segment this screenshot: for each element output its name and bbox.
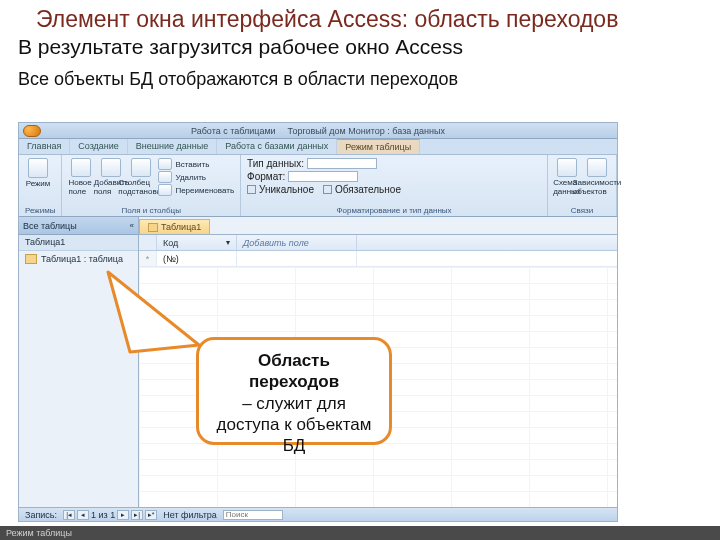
- callout: Область переходов – служит для доступа к…: [196, 337, 392, 445]
- first-record-button[interactable]: |◂: [63, 510, 75, 520]
- prev-record-button[interactable]: ◂: [77, 510, 89, 520]
- group-label: Режимы: [25, 206, 55, 216]
- nav-section-label: Таблица1: [25, 237, 65, 247]
- add-fields-icon: [101, 158, 121, 177]
- datasheet-row[interactable]: * (№): [139, 251, 617, 267]
- ribbon: Режим Режимы Новое поле Добавить поля: [19, 155, 617, 217]
- column-header[interactable]: Код▾: [157, 235, 237, 250]
- format-row[interactable]: Формат:: [247, 171, 358, 182]
- navigation-pane: Все таблицы « Таблица1 Таблица1 : таблиц…: [19, 217, 139, 507]
- nav-section[interactable]: Таблица1: [19, 235, 138, 251]
- context-tab-title: Работа с таблицами: [191, 126, 276, 136]
- filter-indicator[interactable]: Нет фильтра: [163, 510, 217, 520]
- group-label: Связи: [554, 206, 610, 216]
- slide-title: Элемент окна интерфейса Access: область …: [0, 0, 720, 35]
- group-label: Форматирование и тип данных: [247, 206, 541, 216]
- last-record-button[interactable]: ▸|: [131, 510, 143, 520]
- ribbon-tab-active[interactable]: Режим таблицы: [337, 139, 420, 154]
- ribbon-tab[interactable]: Создание: [70, 139, 128, 154]
- btn-label: Переименовать: [175, 186, 234, 195]
- btn-label: Зависимости объектов: [573, 178, 622, 196]
- access-screenshot: Работа с таблицами Торговый дом Монитор …: [18, 122, 618, 522]
- dependencies-button[interactable]: Зависимости объектов: [584, 158, 610, 196]
- rename-button[interactable]: Переименовать: [158, 184, 234, 196]
- title-bar: Работа с таблицами Торговый дом Монитор …: [19, 123, 617, 139]
- new-field-button[interactable]: Новое поле: [68, 158, 94, 196]
- ribbon-tabs: Главная Создание Внешние данные Работа с…: [19, 139, 617, 155]
- chevron-down-icon: «: [130, 221, 134, 230]
- unique-checkbox[interactable]: [247, 185, 256, 194]
- new-record-marker: *: [139, 251, 157, 266]
- col-label: Код: [163, 238, 178, 248]
- nav-item-table[interactable]: Таблица1 : таблица: [19, 251, 138, 267]
- btn-label: Удалить: [175, 173, 206, 182]
- window-caption: Торговый дом Монитор : база данных: [288, 126, 445, 136]
- datatype-row[interactable]: Тип данных:: [247, 158, 377, 169]
- ribbon-group-fields: Новое поле Добавить поля Столбец подстан…: [62, 155, 241, 216]
- label: Уникальное: [259, 184, 314, 195]
- nav-pane-header[interactable]: Все таблицы «: [19, 217, 138, 235]
- ribbon-group-views: Режим Режимы: [19, 155, 62, 216]
- required-checkbox[interactable]: [323, 185, 332, 194]
- row-selector-header[interactable]: [139, 235, 157, 250]
- delete-icon: [158, 171, 172, 183]
- label: Обязательное: [335, 184, 401, 195]
- btn-label: Новое поле: [68, 178, 94, 196]
- dependencies-icon: [587, 158, 607, 177]
- record-position: 1 из 1: [91, 510, 115, 520]
- chevron-down-icon: ▾: [226, 238, 230, 247]
- delete-button[interactable]: Удалить: [158, 171, 234, 183]
- office-button-icon[interactable]: [23, 125, 41, 137]
- slide-lead: Все объекты БД отображаются в области пе…: [0, 63, 720, 96]
- rename-icon: [158, 184, 172, 196]
- new-field-icon: [71, 158, 91, 177]
- add-column-header[interactable]: Добавить поле: [237, 235, 357, 250]
- cell[interactable]: (№): [157, 251, 237, 266]
- search-input[interactable]: [223, 510, 283, 520]
- record-label: Запись:: [25, 510, 57, 520]
- ribbon-tab[interactable]: Главная: [19, 139, 70, 154]
- group-label: Поля и столбцы: [68, 206, 234, 216]
- btn-label: Вставить: [175, 160, 209, 169]
- next-record-button[interactable]: ▸: [117, 510, 129, 520]
- insert-button[interactable]: Вставить: [158, 158, 234, 170]
- ribbon-tab[interactable]: Внешние данные: [128, 139, 217, 154]
- record-navigator: Запись: |◂ ◂ 1 из 1 ▸ ▸| ▸* Нет фильтра: [19, 507, 617, 521]
- ribbon-tab[interactable]: Работа с базами данных: [217, 139, 337, 154]
- document-tab[interactable]: Таблица1: [139, 219, 210, 234]
- new-record-button[interactable]: ▸*: [145, 510, 157, 520]
- cell[interactable]: [237, 251, 357, 266]
- datasheet-view-icon: [28, 158, 48, 178]
- document-tabs: Таблица1: [139, 217, 617, 235]
- view-button[interactable]: Режим: [25, 158, 51, 196]
- datasheet-header: Код▾ Добавить поле: [139, 235, 617, 251]
- document-tab-label: Таблица1: [161, 222, 201, 232]
- nav-header-label: Все таблицы: [23, 221, 77, 231]
- table-icon: [25, 254, 37, 264]
- label: Формат:: [247, 171, 285, 182]
- btn-label: Режим: [26, 179, 51, 188]
- insert-icon: [158, 158, 172, 170]
- datatype-combo[interactable]: [307, 158, 377, 169]
- status-bar: Режим таблицы: [0, 526, 720, 540]
- label: Тип данных:: [247, 158, 304, 169]
- nav-item-label: Таблица1 : таблица: [41, 254, 123, 264]
- slide-subtitle: В результате загрузится рабочее окно Acc…: [0, 35, 720, 63]
- callout-heading: Область переходов: [249, 351, 339, 391]
- ribbon-group-datatype: Тип данных: Формат: Уникальное Обязатель…: [241, 155, 548, 216]
- table-icon: [148, 223, 158, 232]
- format-combo[interactable]: [288, 171, 358, 182]
- relationships-icon: [557, 158, 577, 177]
- ribbon-group-relations: Схема данных Зависимости объектов Связи: [548, 155, 617, 216]
- lookup-column-button[interactable]: Столбец подстановок: [128, 158, 154, 196]
- lookup-icon: [131, 158, 151, 177]
